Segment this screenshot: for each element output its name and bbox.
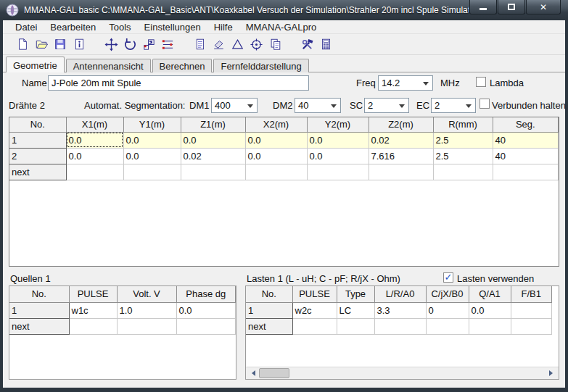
grid-cell[interactable]: [123, 164, 181, 180]
sc-combobox[interactable]: 2: [364, 98, 409, 113]
loads-horizontal-scrollbar[interactable]: [246, 367, 559, 379]
freq-combobox[interactable]: 14.2: [378, 75, 433, 91]
menu-mmana-galpro[interactable]: MMANA-GALpro: [239, 22, 324, 33]
row-header-next[interactable]: next: [246, 318, 292, 334]
center-target-button[interactable]: [247, 36, 266, 53]
grid-cell[interactable]: [369, 164, 433, 180]
grid-cell[interactable]: [469, 318, 511, 334]
copy-button[interactable]: [266, 36, 284, 53]
scale-window-button[interactable]: [139, 36, 158, 53]
window-title: MMANA-GAL basic C:\MMANA-GAL_Basic\ANT\K…: [24, 5, 469, 15]
grid-cell[interactable]: [181, 164, 245, 180]
close-button[interactable]: ✕: [526, 0, 561, 14]
description-button[interactable]: [190, 36, 209, 53]
triangle-button[interactable]: [228, 36, 247, 53]
grid-cell[interactable]: [292, 318, 337, 334]
freq-label: Freq: [356, 78, 376, 88]
dm1-combobox[interactable]: 400: [211, 98, 258, 113]
scrollbar-thumb[interactable]: [259, 368, 289, 378]
grid-cell[interactable]: 3.3: [374, 302, 426, 318]
tools-button[interactable]: [297, 36, 316, 53]
grid-cell[interactable]: [69, 318, 117, 334]
wires-count-label: Drähte 2: [9, 100, 45, 111]
tab-antennenansicht[interactable]: Antennenansicht: [66, 59, 151, 72]
grid-cell[interactable]: LC: [337, 302, 374, 318]
grid-cell[interactable]: [493, 164, 559, 180]
verbunden-halten-checkbox[interactable]: [479, 99, 490, 109]
new-document-button[interactable]: [13, 36, 32, 53]
grid-cell[interactable]: [337, 318, 374, 334]
grid-cell[interactable]: 0.0: [66, 132, 123, 148]
maximize-button[interactable]: [498, 0, 525, 14]
save-button[interactable]: [51, 36, 70, 53]
scroll-left-arrow-icon[interactable]: [246, 367, 258, 379]
grid-cell[interactable]: w1c: [69, 302, 117, 318]
menu-bearbeiten[interactable]: Bearbeiten: [44, 22, 102, 33]
grid-cell[interactable]: 0.0: [245, 132, 307, 148]
menu-einstellungen[interactable]: Einstellungen: [138, 22, 207, 33]
grid-cell[interactable]: [511, 318, 552, 334]
grid-cell[interactable]: w2c: [292, 302, 337, 318]
grid-cell[interactable]: 0.0: [66, 148, 123, 164]
grid-cell[interactable]: [245, 164, 307, 180]
eraser-button[interactable]: [209, 36, 228, 53]
grid-cell[interactable]: 0.0: [181, 132, 245, 148]
grid-cell[interactable]: 1.0: [117, 302, 176, 318]
freq-unit-label: MHz: [440, 78, 460, 88]
grid-cell[interactable]: 40: [493, 132, 559, 148]
grid-cell[interactable]: [433, 164, 493, 180]
row-header-next[interactable]: next: [9, 164, 66, 180]
grid-cell[interactable]: [307, 164, 369, 180]
move-button[interactable]: [102, 36, 120, 53]
grid-cell[interactable]: 0: [426, 302, 469, 318]
grid-cell[interactable]: [511, 302, 552, 318]
menu-tools[interactable]: Tools: [102, 22, 137, 33]
grid-cell[interactable]: 40: [493, 148, 559, 164]
ec-value: 2: [435, 100, 440, 111]
grid-cell[interactable]: [426, 318, 469, 334]
lasten-verwenden-label: Lasten verwenden: [457, 273, 534, 284]
tab-berechnen[interactable]: Berechnen: [152, 59, 213, 72]
tab-fernfelddarstellung[interactable]: Fernfelddarstellung: [213, 59, 308, 72]
grid-cell[interactable]: [66, 164, 123, 180]
grid-cell[interactable]: [176, 318, 236, 334]
row-header[interactable]: 1: [9, 302, 69, 318]
dm2-combobox[interactable]: 40: [295, 98, 341, 113]
table-row: next: [246, 318, 552, 334]
col-header-phase: Phase dg: [176, 286, 236, 302]
info-button[interactable]: [70, 36, 89, 53]
minimize-button[interactable]: [469, 0, 497, 14]
rotate-button[interactable]: [120, 36, 139, 53]
row-header-next[interactable]: next: [9, 318, 69, 334]
menu-datei[interactable]: Datei: [9, 22, 44, 33]
grid-cell[interactable]: [117, 318, 176, 334]
menu-hilfe[interactable]: Hilfe: [207, 22, 239, 33]
segmentation-sliders-button[interactable]: [158, 36, 177, 53]
description-icon: [194, 38, 206, 51]
row-header[interactable]: 1: [246, 302, 292, 318]
grid-cell[interactable]: 0.0: [307, 132, 369, 148]
row-header[interactable]: 1: [9, 132, 66, 148]
ec-combobox[interactable]: 2: [431, 98, 476, 113]
grid-cell[interactable]: 7.616: [369, 148, 433, 164]
grid-cell[interactable]: 2.5: [433, 132, 493, 148]
grid-cell[interactable]: 0.0: [123, 132, 181, 148]
col-header-cjxb0: C/jX/B0: [426, 286, 469, 302]
grid-cell[interactable]: 0.0: [123, 148, 181, 164]
grid-cell[interactable]: 0.0: [176, 302, 236, 318]
grid-cell[interactable]: 0.0: [307, 148, 369, 164]
row-header[interactable]: 2: [9, 148, 66, 164]
name-input[interactable]: [48, 75, 309, 91]
grid-cell[interactable]: 0.02: [181, 148, 245, 164]
open-file-button[interactable]: [32, 36, 51, 53]
grid-cell[interactable]: 0.02: [369, 132, 433, 148]
tab-geometrie[interactable]: Geometrie: [6, 57, 65, 72]
grid-cell[interactable]: 2.5: [433, 148, 493, 164]
grid-cell[interactable]: 0.0: [245, 148, 307, 164]
lasten-verwenden-checkbox[interactable]: [443, 272, 453, 283]
grid-cell[interactable]: 0.0: [469, 302, 511, 318]
calculator-button[interactable]: [316, 36, 335, 53]
grid-cell[interactable]: [374, 318, 426, 334]
scroll-right-arrow-icon[interactable]: [546, 367, 559, 379]
lambda-checkbox[interactable]: [476, 77, 486, 87]
